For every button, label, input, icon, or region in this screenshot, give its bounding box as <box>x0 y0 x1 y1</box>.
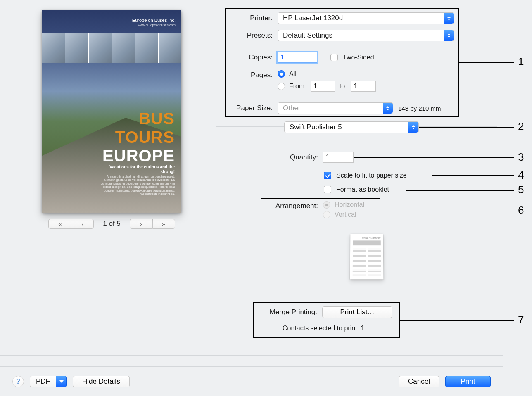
app-options-select[interactable]: Swift Publisher 5 <box>284 121 419 133</box>
callout-7: 7 <box>518 313 524 326</box>
scale-to-fit-label: Scale to fit to paper size <box>336 172 407 179</box>
preview-page: Europe on Buses Inc. www.europeonbuses.c… <box>42 10 181 213</box>
updown-icon <box>383 103 393 114</box>
quantity-field[interactable]: 1 <box>323 152 354 163</box>
preview-pager: « ‹ 1 of 5 › » <box>42 219 181 229</box>
pages-from-field[interactable]: 1 <box>311 81 335 92</box>
pages-from-label: From: <box>289 83 306 90</box>
pages-to-value: 1 <box>354 83 358 90</box>
presets-label: Presets: <box>231 31 273 40</box>
pages-to-label: to: <box>340 83 347 90</box>
contacts-selected-label: Contacts selected to print: 1 <box>283 325 364 332</box>
callout-3: 3 <box>518 151 524 164</box>
copies-value: 1 <box>280 54 284 61</box>
last-page-button[interactable]: » <box>152 219 175 229</box>
print-button[interactable]: Print <box>445 376 491 387</box>
hide-details-button[interactable]: Hide Details <box>73 376 130 387</box>
pdf-label: PDF <box>30 376 56 387</box>
first-page-button[interactable]: « <box>48 219 71 229</box>
preview-title-1: BUS <box>102 109 175 128</box>
pages-range-radio[interactable] <box>278 83 285 90</box>
pdf-menu-button[interactable]: PDF <box>30 376 67 387</box>
print-preview-panel: Europe on Buses Inc. www.europeonbuses.c… <box>42 10 181 229</box>
arr-thumb-title: Swift Publisher <box>353 237 381 239</box>
callout-box-1 <box>225 8 459 117</box>
page-indicator: 1 of 5 <box>103 220 121 228</box>
callout-6: 6 <box>518 204 524 217</box>
paper-size-label: Paper Size: <box>231 104 273 112</box>
arrangement-label: Arrangement: <box>264 201 318 210</box>
callout-4: 4 <box>518 169 524 182</box>
callout-1: 1 <box>518 55 524 68</box>
cancel-button[interactable]: Cancel <box>399 376 439 387</box>
arrangement-vertical-radio <box>323 211 330 218</box>
printer-label: Printer: <box>231 14 273 22</box>
pages-label: Pages: <box>231 70 273 79</box>
paper-size-value: Other <box>283 104 301 112</box>
arrangement-vertical-label: Vertical <box>335 211 356 218</box>
presets-value: Default Settings <box>283 31 332 40</box>
preview-title-2: TOURS <box>102 128 175 147</box>
chevron-down-icon <box>56 376 67 387</box>
arrangement-horizontal-label: Horizontal <box>335 201 364 209</box>
arrangement-horizontal-radio <box>323 201 330 209</box>
two-sided-checkbox[interactable] <box>330 54 338 61</box>
prev-page-button[interactable]: ‹ <box>71 219 94 229</box>
printer-value: HP LaserJet 1320d <box>283 14 343 22</box>
paper-dimensions: 148 by 210 mm <box>398 105 441 112</box>
quantity-label: Quantity: <box>260 153 318 161</box>
preview-title-3: EUROPE <box>102 147 175 165</box>
copies-field[interactable]: 1 <box>278 52 317 63</box>
pages-to-field[interactable]: 1 <box>351 81 376 92</box>
printer-select[interactable]: HP LaserJet 1320d <box>278 12 454 24</box>
updown-icon <box>444 30 454 41</box>
copies-label: Copies: <box>231 53 273 62</box>
callout-2: 2 <box>518 120 524 133</box>
preview-company: Europe on Buses Inc. <box>132 18 176 23</box>
help-button[interactable]: ? <box>12 376 24 387</box>
next-page-button[interactable]: › <box>130 219 152 229</box>
updown-icon <box>408 122 418 133</box>
pages-all-radio[interactable] <box>278 70 285 78</box>
merge-printing-label: Merge Printing: <box>257 308 317 316</box>
preview-company-url: www.europeonbuses.com <box>132 23 176 27</box>
preview-blurb: At nam prima dicat mundi, at qum corpora… <box>100 175 175 196</box>
quantity-value: 1 <box>326 154 330 161</box>
print-list-button[interactable]: Print List… <box>322 306 392 318</box>
updown-icon <box>444 13 454 24</box>
arrangement-preview: Swift Publisher <box>350 234 383 279</box>
pages-all-label: All <box>289 70 297 78</box>
callout-5: 5 <box>518 183 524 196</box>
scale-to-fit-checkbox[interactable] <box>324 172 331 179</box>
print-dialog: Europe on Buses Inc. www.europeonbuses.c… <box>0 0 503 396</box>
pages-from-value: 1 <box>314 83 317 90</box>
format-booklet-label: Format as booklet <box>336 186 389 193</box>
two-sided-label: Two-Sided <box>343 54 374 61</box>
preview-tagline: Vacations for the curious and the strong… <box>109 165 175 174</box>
presets-select[interactable]: Default Settings <box>278 30 454 41</box>
dialog-button-bar: ? PDF Hide Details Cancel Print <box>0 366 503 396</box>
app-options-value: Swift Publisher 5 <box>290 123 342 131</box>
format-booklet-checkbox[interactable] <box>324 186 331 193</box>
paper-size-select[interactable]: Other <box>278 102 393 114</box>
